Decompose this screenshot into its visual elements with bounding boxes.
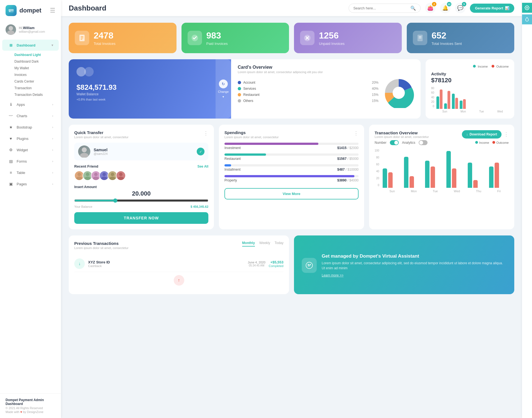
activity-legend: Income Outcome	[431, 65, 509, 68]
wallet-icon-btn[interactable]: 👛 2	[425, 3, 436, 13]
activity-chart-area: 806040200	[431, 87, 509, 113]
stat-info: 652 Total Invoices Sent	[432, 30, 462, 46]
bar-group-mon	[404, 157, 423, 188]
outcome-bar	[455, 98, 458, 109]
y-axis-big: 100806040200	[375, 149, 379, 188]
income-bar	[444, 103, 447, 109]
sidebar-item-pages[interactable]: ▣ Pages ›	[2, 178, 59, 189]
footer-title: Dompet Payment Admin Dashboard	[6, 398, 55, 406]
outcome-bar	[410, 176, 414, 188]
spending-info: Investment $1415 / $2000	[224, 146, 359, 150]
toggle-analytics-label: Analytics	[402, 141, 415, 145]
menu-dots-icon[interactable]: ⋮	[354, 130, 359, 136]
stat-card-total-sent: 652 Total Invoices Sent	[407, 23, 515, 53]
bar-chart-big-wrap: SunMonTueWedThuFri	[382, 149, 509, 193]
friend-avatar-6[interactable]	[116, 171, 126, 181]
stat-label: Total Invoices Sent	[432, 42, 462, 46]
sidebar-logo: dompet ☰	[0, 0, 61, 21]
sidebar-item-apps[interactable]: ℹ Apps ›	[2, 99, 59, 110]
see-all-link[interactable]: See All	[197, 165, 208, 168]
change-button[interactable]: ↻ Change ▾	[216, 59, 231, 119]
wallet-logo	[76, 67, 223, 76]
menu-toggle[interactable]: ☰	[50, 7, 55, 14]
trans-title-area: Transaction Overview Lorem ipsum dolor s…	[375, 130, 429, 139]
transfer-now-button[interactable]: TRANSFER NOW	[74, 212, 208, 224]
spending-investment: Investment $1415 / $2000	[224, 143, 359, 150]
trans-name: XYZ Store ID	[88, 260, 244, 264]
income-bar	[383, 168, 387, 188]
svg-point-30	[310, 264, 311, 265]
generate-report-button[interactable]: Generate Report 📊	[470, 4, 514, 13]
stat-number: 2478	[94, 30, 116, 41]
balance-label: Your Balance	[74, 205, 92, 208]
chevron-right-icon: ›	[52, 148, 53, 152]
chevron-right-icon: ›	[52, 103, 53, 106]
svg-point-16	[78, 173, 81, 176]
submenu-dashboard-dark[interactable]: Dashboard Dark	[12, 58, 61, 65]
tab-monthly[interactable]: Monthly	[242, 241, 255, 247]
chat-icon-btn[interactable]: 💬 5	[455, 3, 466, 13]
trans-status: Completed	[269, 264, 283, 268]
legend-dot-restaurant	[238, 93, 241, 96]
page-title: Dashboard	[69, 4, 106, 12]
search-icon[interactable]: 🔍	[410, 6, 416, 11]
panel-title: Quick Transfer	[74, 130, 129, 135]
progress-fill	[224, 175, 354, 177]
big-chart-area: 100806040200	[375, 149, 509, 193]
tab-today[interactable]: Today	[275, 241, 283, 247]
submenu-my-wallet[interactable]: My Wallet	[12, 65, 61, 71]
settings-button[interactable]	[522, 3, 532, 13]
sidebar-item-table[interactable]: ≡ Table ›	[2, 167, 59, 178]
bar-chart-container: SunMonTueWed	[436, 87, 509, 113]
legend-dot-services	[238, 87, 241, 90]
download-report-button[interactable]: ↓ Download Report	[462, 130, 502, 139]
income-bar	[404, 157, 408, 188]
income-bar	[436, 96, 439, 109]
sidebar-item-plugins[interactable]: ♥ Plugins ›	[2, 133, 59, 144]
bar-group-sun	[383, 168, 401, 188]
trans-time: 05:34:45 AM	[248, 264, 265, 267]
apps-icon: ℹ	[8, 101, 14, 107]
sidebar-item-widget[interactable]: ⚙ Widget ›	[2, 144, 59, 155]
card-overview-panel: $824,571.93 Wallet Balance +0.8% than la…	[69, 59, 421, 119]
bar-group-tue	[452, 94, 458, 109]
stat-card-unpaid-invoices: 1256 Unpaid Invoices	[294, 23, 402, 53]
bell-icon-btn[interactable]: 🔔 12	[440, 3, 451, 13]
sidebar-item-dashboard[interactable]: ⊞ Dashboard ▾	[2, 40, 59, 51]
balance-value: $ 456,345.62	[191, 205, 208, 208]
previous-transactions-panel: Previous Transactions Lorem ipsum dolor …	[69, 235, 289, 294]
sidebar-item-label: Table	[17, 171, 25, 175]
va-learn-more-link[interactable]: Learn more >>	[322, 273, 507, 277]
legend-label: Account	[243, 81, 255, 84]
menu-dots-icon[interactable]: ⋮	[504, 131, 509, 137]
submenu-transaction[interactable]: Transaction	[12, 85, 61, 91]
sidebar-item-charts[interactable]: 〰 Charts ›	[2, 110, 59, 121]
main-content: Dashboard 🔍 👛 2 🔔 12 💬 5 Generate Report…	[61, 0, 522, 418]
stat-card-paid-invoices: 983 Paid Invoices	[181, 23, 289, 53]
amount-slider[interactable]	[74, 198, 208, 203]
stat-info: 983 Paid Invoices	[206, 30, 228, 46]
sidebar-item-bootstrap[interactable]: ★ Bootstrap ›	[2, 122, 59, 133]
legend-outcome: Outcome	[492, 65, 509, 68]
svg-point-23	[101, 177, 107, 180]
number-toggle[interactable]	[390, 140, 399, 145]
submenu-transaction-details[interactable]: Transaction Details	[12, 91, 61, 98]
sidebar-item-forms[interactable]: ▤ Forms ›	[2, 156, 59, 167]
wallet-badge: 2	[432, 2, 436, 6]
water-button[interactable]	[522, 14, 532, 24]
search-input[interactable]	[353, 6, 408, 10]
analytics-toggle[interactable]	[419, 140, 428, 145]
table-icon: ≡	[8, 170, 14, 176]
check-icon: ✓	[197, 148, 204, 155]
stat-icon-sent	[413, 31, 427, 45]
submenu-cards-center[interactable]: Cards Center	[12, 78, 61, 85]
menu-dots-icon[interactable]: ⋮	[203, 130, 208, 136]
submenu-invoices[interactable]: Invoices	[12, 71, 61, 78]
svg-point-17	[76, 177, 82, 180]
legend-item-account: Account 20%	[238, 81, 378, 84]
prev-trans-sub: Lorem ipsum dolor sit amet, consectetur	[74, 246, 129, 250]
tab-weekly[interactable]: Weekly	[259, 241, 270, 247]
view-more-button[interactable]: View More	[224, 188, 359, 199]
sidebar-item-label: Widget	[17, 148, 28, 152]
submenu-dashboard-light[interactable]: Dashboard Light	[12, 52, 61, 58]
